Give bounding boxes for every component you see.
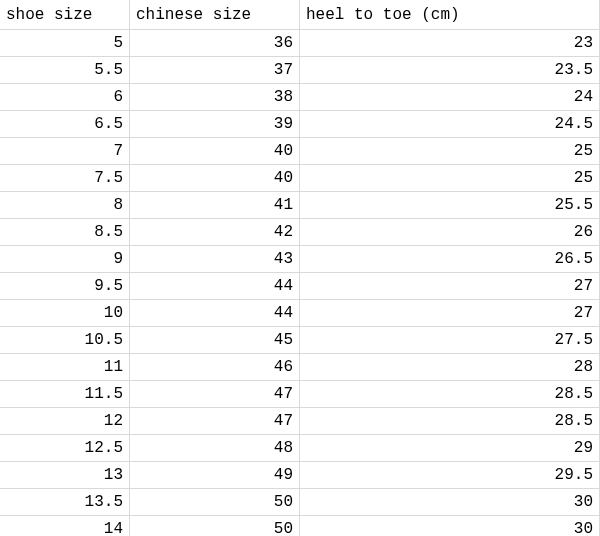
cell-heel-to-toe: 25: [300, 165, 600, 191]
cell-chinese-size: 36: [130, 30, 300, 56]
cell-chinese-size: 37: [130, 57, 300, 83]
table-row: 94326.5: [0, 246, 600, 273]
table-row: 10.54527.5: [0, 327, 600, 354]
header-chinese-size: chinese size: [130, 0, 300, 29]
cell-shoe-size: 8: [0, 192, 130, 218]
cell-shoe-size: 6: [0, 84, 130, 110]
cell-shoe-size: 9.5: [0, 273, 130, 299]
cell-shoe-size: 12.5: [0, 435, 130, 461]
cell-shoe-size: 7: [0, 138, 130, 164]
cell-heel-to-toe: 30: [300, 489, 600, 515]
cell-chinese-size: 39: [130, 111, 300, 137]
table-row: 8.54226: [0, 219, 600, 246]
table-header-row: shoe size chinese size heel to toe (cm): [0, 0, 600, 30]
cell-heel-to-toe: 23.5: [300, 57, 600, 83]
cell-heel-to-toe: 26.5: [300, 246, 600, 272]
cell-shoe-size: 11: [0, 354, 130, 380]
cell-heel-to-toe: 30: [300, 516, 600, 536]
cell-heel-to-toe: 25.5: [300, 192, 600, 218]
cell-shoe-size: 14: [0, 516, 130, 536]
table-row: 5.53723.5: [0, 57, 600, 84]
cell-chinese-size: 49: [130, 462, 300, 488]
cell-heel-to-toe: 23: [300, 30, 600, 56]
cell-chinese-size: 45: [130, 327, 300, 353]
table-row: 84125.5: [0, 192, 600, 219]
size-table: shoe size chinese size heel to toe (cm) …: [0, 0, 600, 536]
cell-chinese-size: 50: [130, 489, 300, 515]
table-row: 134929.5: [0, 462, 600, 489]
cell-chinese-size: 41: [130, 192, 300, 218]
table-row: 53623: [0, 30, 600, 57]
cell-shoe-size: 13.5: [0, 489, 130, 515]
cell-chinese-size: 47: [130, 381, 300, 407]
table-row: 124728.5: [0, 408, 600, 435]
cell-shoe-size: 5.5: [0, 57, 130, 83]
cell-heel-to-toe: 29: [300, 435, 600, 461]
cell-shoe-size: 10.5: [0, 327, 130, 353]
cell-chinese-size: 47: [130, 408, 300, 434]
cell-heel-to-toe: 27: [300, 273, 600, 299]
cell-shoe-size: 5: [0, 30, 130, 56]
cell-heel-to-toe: 29.5: [300, 462, 600, 488]
table-row: 12.54829: [0, 435, 600, 462]
header-heel-to-toe: heel to toe (cm): [300, 0, 600, 29]
cell-shoe-size: 12: [0, 408, 130, 434]
cell-chinese-size: 40: [130, 138, 300, 164]
header-shoe-size: shoe size: [0, 0, 130, 29]
cell-heel-to-toe: 26: [300, 219, 600, 245]
cell-heel-to-toe: 28.5: [300, 381, 600, 407]
cell-chinese-size: 50: [130, 516, 300, 536]
table-row: 13.55030: [0, 489, 600, 516]
cell-chinese-size: 46: [130, 354, 300, 380]
table-row: 114628: [0, 354, 600, 381]
cell-heel-to-toe: 28.5: [300, 408, 600, 434]
cell-shoe-size: 8.5: [0, 219, 130, 245]
cell-chinese-size: 48: [130, 435, 300, 461]
cell-chinese-size: 38: [130, 84, 300, 110]
table-row: 7.54025: [0, 165, 600, 192]
cell-shoe-size: 6.5: [0, 111, 130, 137]
table-row: 9.54427: [0, 273, 600, 300]
table-row: 63824: [0, 84, 600, 111]
cell-shoe-size: 7.5: [0, 165, 130, 191]
cell-chinese-size: 44: [130, 273, 300, 299]
cell-heel-to-toe: 28: [300, 354, 600, 380]
table-row: 11.54728.5: [0, 381, 600, 408]
table-row: 145030: [0, 516, 600, 536]
cell-shoe-size: 10: [0, 300, 130, 326]
cell-chinese-size: 44: [130, 300, 300, 326]
cell-chinese-size: 43: [130, 246, 300, 272]
cell-heel-to-toe: 24.5: [300, 111, 600, 137]
cell-chinese-size: 40: [130, 165, 300, 191]
table-row: 74025: [0, 138, 600, 165]
cell-heel-to-toe: 27: [300, 300, 600, 326]
cell-chinese-size: 42: [130, 219, 300, 245]
cell-shoe-size: 13: [0, 462, 130, 488]
cell-shoe-size: 9: [0, 246, 130, 272]
cell-heel-to-toe: 24: [300, 84, 600, 110]
cell-heel-to-toe: 27.5: [300, 327, 600, 353]
cell-shoe-size: 11.5: [0, 381, 130, 407]
table-row: 104427: [0, 300, 600, 327]
table-row: 6.53924.5: [0, 111, 600, 138]
cell-heel-to-toe: 25: [300, 138, 600, 164]
